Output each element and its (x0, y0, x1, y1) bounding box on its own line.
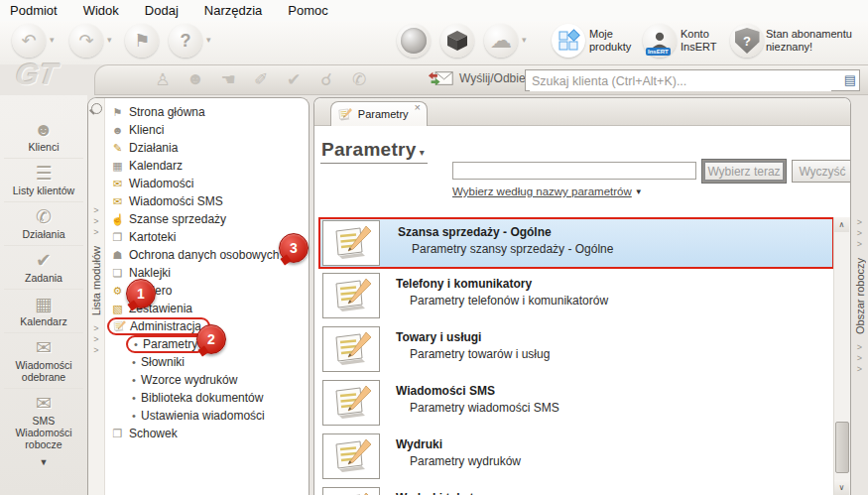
parameter-filter-input[interactable] (452, 162, 696, 180)
secondary-toolbar: ♙ ☻ ☚ ✐ ✔ ☌ ✆ Wyślij/Odbierz ▾ ▤ (94, 64, 868, 95)
insert-account-label[interactable]: Konto InsERT (681, 28, 728, 54)
menu-podmiot[interactable]: Podmiot (10, 3, 58, 21)
gt-logo: GT (14, 58, 60, 91)
tree-label: Biblioteka dokumentów (141, 391, 263, 405)
add-client-icon[interactable]: ♙ (153, 69, 173, 90)
cloud-caret-icon[interactable]: ▾ (522, 35, 527, 45)
subscription-status-button[interactable]: ? (730, 24, 764, 58)
tree-item-wzorce-wydrukow[interactable]: • Wzorce wydruków (105, 371, 308, 389)
add-contact-icon[interactable]: ☻ (186, 69, 205, 90)
forward-arrow-icon: ↷ (78, 30, 93, 52)
tree-item-kartoteki[interactable]: ❐ Kartoteki (105, 228, 308, 246)
tree-item-wiadomosci-sms[interactable]: ✉ Wiadomości SMS (105, 192, 308, 210)
list-item-wydruki-tekstowe[interactable]: Wydruki tekstowe (318, 485, 834, 495)
tab-close-icon[interactable]: × (415, 102, 421, 112)
scroll-down-button[interactable]: ∨ (834, 480, 849, 495)
back-arrow-icon: ↶ (21, 30, 36, 52)
data-protection-shield-icon: ☗ (110, 249, 125, 262)
bullet-icon: • (129, 392, 139, 404)
nav-forward-caret-icon[interactable]: ▾ (107, 35, 112, 45)
add-group-icon[interactable]: ☌ (316, 69, 336, 90)
tree-item-klienci[interactable]: ☻ Klienci (105, 121, 308, 139)
tree-item-wiadomosci[interactable]: ✉ Wiadomości (105, 175, 308, 192)
help-button[interactable]: ? (169, 24, 202, 58)
add-task-icon[interactable]: ✔ (284, 69, 304, 90)
actions-icon: ✎ (110, 142, 125, 155)
tree-label: Kalendarz (129, 159, 183, 173)
modulebar-label: SMS Wiadomości robocze (4, 415, 83, 450)
menu-pomoc[interactable]: Pomoc (288, 3, 327, 21)
nav-forward-button[interactable]: ↷ (69, 24, 103, 58)
help-caret-icon[interactable]: ▾ (206, 35, 211, 45)
scrollbar-thumb[interactable] (835, 422, 849, 473)
list-scrollbar[interactable]: ∧ ∨ (833, 217, 850, 495)
menu-dodaj[interactable]: Dodaj (145, 3, 179, 21)
modulebar-item-sms-robocze[interactable]: ✉ SMS Wiadomości robocze (4, 388, 83, 455)
menu-narzedzia[interactable]: Narzędzia (204, 3, 263, 21)
list-item-wiadomosci-sms[interactable]: Wiadomości SMS Parametry wiadomości SMS (318, 378, 834, 430)
add-action-icon[interactable]: ✐ (251, 69, 271, 90)
flag-button[interactable]: ⚑ (125, 24, 159, 58)
splitter-grip-top: >>> (857, 217, 862, 250)
annotation-step-2: 2 (196, 324, 226, 354)
list-item-towary[interactable]: Towary i usługi Parametry towarów i usłu… (318, 324, 834, 376)
workspace-splitter[interactable]: >>> Obszar roboczy >>> (851, 97, 868, 495)
modulebar-item-klienci[interactable]: ☻ Klienci (4, 115, 83, 158)
filter-link-text: Wybierz według nazwy parametrów (452, 186, 632, 197)
tree-item-kalendarz[interactable]: ▦ Kalendarz (105, 157, 308, 175)
nav-back-button[interactable]: ↶ (12, 24, 46, 58)
modulebar-label: Klienci (4, 141, 83, 153)
clear-button[interactable]: Wyczyść (792, 160, 851, 183)
item-subtitle: Parametry wiadomości SMS (410, 401, 559, 415)
list-item-szansa-sprzedazy[interactable]: Szansa sprzedaży - Ogólne Parametry szan… (318, 217, 834, 269)
tree-item-dzialania[interactable]: ✎ Działania (105, 139, 308, 157)
inbox-envelope-icon: ✉ (4, 337, 83, 359)
insert-account-button[interactable]: InsERT (643, 24, 677, 58)
tree-item-ochrona-danych[interactable]: ☗ Ochrona danych osobowych (105, 246, 308, 264)
tree-item-strona-glowna[interactable]: ⚑ Strona główna (105, 103, 308, 121)
my-products-label[interactable]: Moje produkty (589, 28, 647, 54)
tree-label: Naklejki (129, 266, 171, 280)
add-sms-icon[interactable]: ✆ (349, 69, 369, 90)
tab-parametry[interactable]: Parametry × (330, 101, 428, 126)
menu-widok[interactable]: Widok (83, 3, 119, 21)
my-products-button[interactable] (552, 24, 585, 58)
modulebar-item-listy-klientow[interactable]: ☰ Listy klientów (4, 158, 83, 201)
tree-item-schowek[interactable]: ❒ Schowek (105, 425, 308, 442)
help-icon: ? (181, 31, 191, 52)
flag-icon: ⚑ (134, 30, 150, 52)
pin-icon[interactable] (91, 103, 102, 114)
tree-item-slowniki[interactable]: • Słowniki (105, 353, 308, 371)
scroll-up-button[interactable]: ∧ (834, 217, 849, 232)
shield-question-glyph: ? (743, 34, 751, 49)
module-list-splitter[interactable]: >>> Lista modułów >>> (88, 98, 105, 495)
clipboard-icon: ❒ (110, 428, 125, 440)
modulebar-item-kalendarz[interactable]: ▦ Kalendarz (4, 289, 83, 332)
cloud-services-button[interactable]: ☁ (484, 24, 518, 58)
filter-by-name-link[interactable]: Wybierz według nazwy parametrów ▼ (452, 186, 643, 197)
select-now-button[interactable]: Wybierz teraz (702, 160, 786, 183)
page-title-menu[interactable]: Parametry ▾ (320, 139, 428, 164)
sms-envelope-icon: ✉ (4, 393, 83, 415)
tree-item-szanse-sprzedazy[interactable]: ☝ Szanse sprzedaży (105, 210, 308, 228)
tree-label: Parametry (143, 337, 197, 351)
modulebar-more-button[interactable]: ▼ (40, 457, 49, 467)
splitter-grip-bottom: >>> (857, 342, 862, 375)
workspace-strip-title: Obszar roboczy (854, 258, 866, 334)
list-item-telefony[interactable]: Telefony i komunikatory Parametry telefo… (318, 271, 834, 322)
main-toolbar: ↶ ▾ ↷ ▾ ⚑ ? ▾ ☁ ▾ Moje produkty InsERT (0, 21, 868, 64)
modulebar-item-zadania[interactable]: ✔ Zadania (4, 245, 83, 289)
tree-label: Wzorce wydruków (141, 373, 237, 387)
tree-label: Kartoteki (129, 230, 176, 244)
web-button[interactable] (397, 24, 431, 58)
list-item-wydruki[interactable]: Wydruki Parametry wydruków (318, 432, 834, 483)
tree-item-biblioteka-dokumentow[interactable]: • Biblioteka dokumentów (105, 389, 308, 407)
modulebar-item-wiadomosci-odebrane[interactable]: ✉ Wiadomości odebrane (4, 332, 83, 388)
modulebar-item-dzialania[interactable]: ✆ Działania (4, 201, 83, 245)
tree-item-ustawienia-wiadomosci[interactable]: • Ustawienia wiadomości (105, 407, 308, 425)
package-button[interactable] (440, 24, 474, 58)
nav-back-caret-icon[interactable]: ▾ (50, 35, 55, 45)
search-menu-icon[interactable]: ▤ (844, 72, 856, 87)
client-search-input[interactable] (530, 71, 831, 91)
assign-client-icon[interactable]: ☚ (218, 69, 238, 90)
